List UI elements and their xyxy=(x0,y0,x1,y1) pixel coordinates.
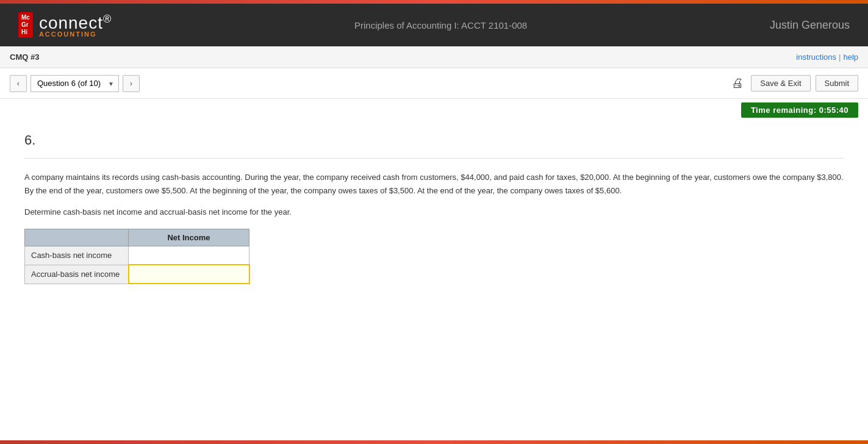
save-exit-button[interactable]: Save & Exit xyxy=(751,75,810,91)
accrual-basis-input[interactable] xyxy=(135,268,243,280)
question-number: 6. xyxy=(24,132,844,148)
logo-area: McGrHi connect® ACCOUNTING xyxy=(18,12,112,38)
table-header-net-income: Net Income xyxy=(129,229,249,246)
help-link[interactable]: help xyxy=(843,52,858,62)
nav-separator: | xyxy=(839,52,841,62)
print-icon[interactable]: 🖨 xyxy=(731,76,744,90)
submit-button[interactable]: Submit xyxy=(816,75,858,91)
nav-links: instructions | help xyxy=(796,52,858,62)
course-title: Principles of Accounting I: ACCT 2101-00… xyxy=(354,20,527,30)
timer-badge: Time remaining: 0:55:40 xyxy=(741,102,858,118)
divider xyxy=(24,158,844,159)
table-row-cash-basis: Cash-basis net income xyxy=(25,246,249,265)
accrual-basis-label: Accrual-basis net income xyxy=(25,265,129,284)
toolbar: ‹ Question 6 (of 10) › 🖨 Save & Exit Sub… xyxy=(0,68,868,99)
cash-basis-label: Cash-basis net income xyxy=(25,246,129,265)
instructions-link[interactable]: instructions xyxy=(796,52,836,62)
cash-basis-input-cell xyxy=(129,246,249,265)
user-name: Justin Generous xyxy=(770,19,850,32)
timer-bar: Time remaining: 0:55:40 xyxy=(0,99,868,121)
quiz-label: CMQ #3 xyxy=(10,52,39,62)
toolbar-actions: 🖨 Save & Exit Submit xyxy=(731,75,858,91)
cash-basis-input[interactable] xyxy=(135,249,243,261)
header: McGrHi connect® ACCOUNTING Principles of… xyxy=(0,4,868,46)
question-instruction: Determine cash-basis net income and accr… xyxy=(24,207,844,217)
question-body: A company maintains its records using ca… xyxy=(24,171,844,198)
prev-question-button[interactable]: ‹ xyxy=(10,75,27,92)
net-income-table: Net Income Cash-basis net income Accrual… xyxy=(24,229,250,284)
question-navigation: ‹ Question 6 (of 10) › xyxy=(10,75,140,92)
logo-wordmark: connect® ACCOUNTING xyxy=(39,12,112,37)
accrual-basis-input-cell xyxy=(129,265,249,284)
nav-bar: CMQ #3 instructions | help xyxy=(0,46,868,68)
next-question-button[interactable]: › xyxy=(123,75,140,92)
question-select-wrapper: Question 6 (of 10) xyxy=(30,75,119,92)
table-row-accrual-basis: Accrual-basis net income xyxy=(25,265,249,284)
question-content: 6. A company maintains its records using… xyxy=(0,121,868,309)
question-select[interactable]: Question 6 (of 10) xyxy=(30,75,119,92)
table-row-header-blank xyxy=(25,229,129,246)
connect-logo-text: connect® xyxy=(39,13,112,32)
logo-box-icon: McGrHi xyxy=(18,12,33,38)
